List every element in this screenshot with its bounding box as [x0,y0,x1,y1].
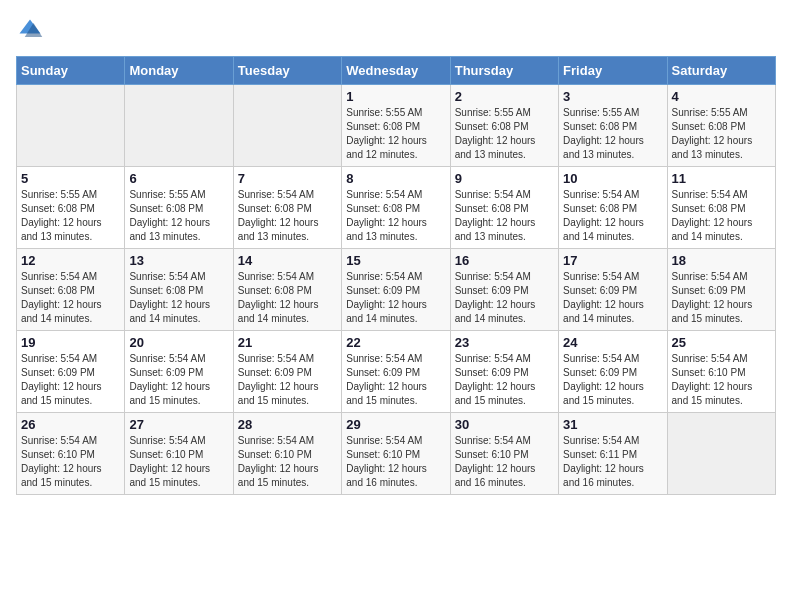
day-number: 5 [21,171,120,186]
calendar-day-5: 5Sunrise: 5:55 AM Sunset: 6:08 PM Daylig… [17,167,125,249]
day-info: Sunrise: 5:55 AM Sunset: 6:08 PM Dayligh… [129,188,228,244]
calendar-day-10: 10Sunrise: 5:54 AM Sunset: 6:08 PM Dayli… [559,167,667,249]
day-info: Sunrise: 5:54 AM Sunset: 6:09 PM Dayligh… [238,352,337,408]
day-info: Sunrise: 5:55 AM Sunset: 6:08 PM Dayligh… [455,106,554,162]
calendar-day-22: 22Sunrise: 5:54 AM Sunset: 6:09 PM Dayli… [342,331,450,413]
calendar-day-29: 29Sunrise: 5:54 AM Sunset: 6:10 PM Dayli… [342,413,450,495]
calendar-day-13: 13Sunrise: 5:54 AM Sunset: 6:08 PM Dayli… [125,249,233,331]
day-number: 15 [346,253,445,268]
calendar-day-19: 19Sunrise: 5:54 AM Sunset: 6:09 PM Dayli… [17,331,125,413]
day-number: 19 [21,335,120,350]
weekday-header-friday: Friday [559,57,667,85]
day-number: 10 [563,171,662,186]
weekday-header-thursday: Thursday [450,57,558,85]
day-info: Sunrise: 5:54 AM Sunset: 6:10 PM Dayligh… [238,434,337,490]
calendar-day-18: 18Sunrise: 5:54 AM Sunset: 6:09 PM Dayli… [667,249,775,331]
day-number: 4 [672,89,771,104]
weekday-header-row: SundayMondayTuesdayWednesdayThursdayFrid… [17,57,776,85]
day-number: 30 [455,417,554,432]
day-info: Sunrise: 5:54 AM Sunset: 6:08 PM Dayligh… [129,270,228,326]
day-number: 21 [238,335,337,350]
calendar-day-17: 17Sunrise: 5:54 AM Sunset: 6:09 PM Dayli… [559,249,667,331]
calendar-day-11: 11Sunrise: 5:54 AM Sunset: 6:08 PM Dayli… [667,167,775,249]
calendar-week-row: 19Sunrise: 5:54 AM Sunset: 6:09 PM Dayli… [17,331,776,413]
day-info: Sunrise: 5:54 AM Sunset: 6:10 PM Dayligh… [21,434,120,490]
day-number: 2 [455,89,554,104]
day-number: 23 [455,335,554,350]
day-info: Sunrise: 5:54 AM Sunset: 6:09 PM Dayligh… [129,352,228,408]
calendar-week-row: 26Sunrise: 5:54 AM Sunset: 6:10 PM Dayli… [17,413,776,495]
day-info: Sunrise: 5:54 AM Sunset: 6:09 PM Dayligh… [346,270,445,326]
calendar-week-row: 12Sunrise: 5:54 AM Sunset: 6:08 PM Dayli… [17,249,776,331]
day-info: Sunrise: 5:54 AM Sunset: 6:08 PM Dayligh… [563,188,662,244]
day-info: Sunrise: 5:54 AM Sunset: 6:09 PM Dayligh… [672,270,771,326]
day-info: Sunrise: 5:54 AM Sunset: 6:08 PM Dayligh… [455,188,554,244]
weekday-header-wednesday: Wednesday [342,57,450,85]
page-header [16,16,776,44]
day-number: 31 [563,417,662,432]
day-info: Sunrise: 5:54 AM Sunset: 6:09 PM Dayligh… [21,352,120,408]
day-number: 11 [672,171,771,186]
calendar-day-14: 14Sunrise: 5:54 AM Sunset: 6:08 PM Dayli… [233,249,341,331]
calendar-day-26: 26Sunrise: 5:54 AM Sunset: 6:10 PM Dayli… [17,413,125,495]
day-number: 14 [238,253,337,268]
calendar-day-2: 2Sunrise: 5:55 AM Sunset: 6:08 PM Daylig… [450,85,558,167]
calendar-day-20: 20Sunrise: 5:54 AM Sunset: 6:09 PM Dayli… [125,331,233,413]
day-number: 26 [21,417,120,432]
day-info: Sunrise: 5:54 AM Sunset: 6:09 PM Dayligh… [563,270,662,326]
day-number: 6 [129,171,228,186]
calendar-day-8: 8Sunrise: 5:54 AM Sunset: 6:08 PM Daylig… [342,167,450,249]
calendar-day-28: 28Sunrise: 5:54 AM Sunset: 6:10 PM Dayli… [233,413,341,495]
day-number: 9 [455,171,554,186]
day-info: Sunrise: 5:54 AM Sunset: 6:08 PM Dayligh… [238,270,337,326]
day-info: Sunrise: 5:54 AM Sunset: 6:11 PM Dayligh… [563,434,662,490]
day-info: Sunrise: 5:54 AM Sunset: 6:09 PM Dayligh… [346,352,445,408]
day-info: Sunrise: 5:54 AM Sunset: 6:09 PM Dayligh… [455,270,554,326]
logo [16,16,48,44]
calendar-day-9: 9Sunrise: 5:54 AM Sunset: 6:08 PM Daylig… [450,167,558,249]
calendar-day-7: 7Sunrise: 5:54 AM Sunset: 6:08 PM Daylig… [233,167,341,249]
calendar-week-row: 5Sunrise: 5:55 AM Sunset: 6:08 PM Daylig… [17,167,776,249]
day-number: 3 [563,89,662,104]
calendar-day-1: 1Sunrise: 5:55 AM Sunset: 6:08 PM Daylig… [342,85,450,167]
day-number: 22 [346,335,445,350]
calendar-day-15: 15Sunrise: 5:54 AM Sunset: 6:09 PM Dayli… [342,249,450,331]
day-number: 29 [346,417,445,432]
calendar-empty-cell [125,85,233,167]
calendar-week-row: 1Sunrise: 5:55 AM Sunset: 6:08 PM Daylig… [17,85,776,167]
day-info: Sunrise: 5:54 AM Sunset: 6:08 PM Dayligh… [346,188,445,244]
day-number: 8 [346,171,445,186]
day-number: 7 [238,171,337,186]
calendar-day-27: 27Sunrise: 5:54 AM Sunset: 6:10 PM Dayli… [125,413,233,495]
day-info: Sunrise: 5:54 AM Sunset: 6:09 PM Dayligh… [455,352,554,408]
calendar-day-30: 30Sunrise: 5:54 AM Sunset: 6:10 PM Dayli… [450,413,558,495]
day-info: Sunrise: 5:54 AM Sunset: 6:08 PM Dayligh… [21,270,120,326]
calendar-day-16: 16Sunrise: 5:54 AM Sunset: 6:09 PM Dayli… [450,249,558,331]
calendar-day-21: 21Sunrise: 5:54 AM Sunset: 6:09 PM Dayli… [233,331,341,413]
day-info: Sunrise: 5:55 AM Sunset: 6:08 PM Dayligh… [21,188,120,244]
day-number: 18 [672,253,771,268]
calendar-day-12: 12Sunrise: 5:54 AM Sunset: 6:08 PM Dayli… [17,249,125,331]
day-info: Sunrise: 5:54 AM Sunset: 6:08 PM Dayligh… [672,188,771,244]
day-number: 12 [21,253,120,268]
calendar-day-23: 23Sunrise: 5:54 AM Sunset: 6:09 PM Dayli… [450,331,558,413]
calendar-day-31: 31Sunrise: 5:54 AM Sunset: 6:11 PM Dayli… [559,413,667,495]
day-number: 17 [563,253,662,268]
day-info: Sunrise: 5:55 AM Sunset: 6:08 PM Dayligh… [672,106,771,162]
day-number: 1 [346,89,445,104]
day-number: 25 [672,335,771,350]
weekday-header-monday: Monday [125,57,233,85]
day-info: Sunrise: 5:54 AM Sunset: 6:10 PM Dayligh… [672,352,771,408]
day-info: Sunrise: 5:55 AM Sunset: 6:08 PM Dayligh… [563,106,662,162]
calendar-table: SundayMondayTuesdayWednesdayThursdayFrid… [16,56,776,495]
weekday-header-saturday: Saturday [667,57,775,85]
calendar-empty-cell [233,85,341,167]
day-number: 24 [563,335,662,350]
day-number: 27 [129,417,228,432]
weekday-header-sunday: Sunday [17,57,125,85]
calendar-day-6: 6Sunrise: 5:55 AM Sunset: 6:08 PM Daylig… [125,167,233,249]
calendar-empty-cell [17,85,125,167]
weekday-header-tuesday: Tuesday [233,57,341,85]
day-info: Sunrise: 5:54 AM Sunset: 6:09 PM Dayligh… [563,352,662,408]
calendar-day-24: 24Sunrise: 5:54 AM Sunset: 6:09 PM Dayli… [559,331,667,413]
